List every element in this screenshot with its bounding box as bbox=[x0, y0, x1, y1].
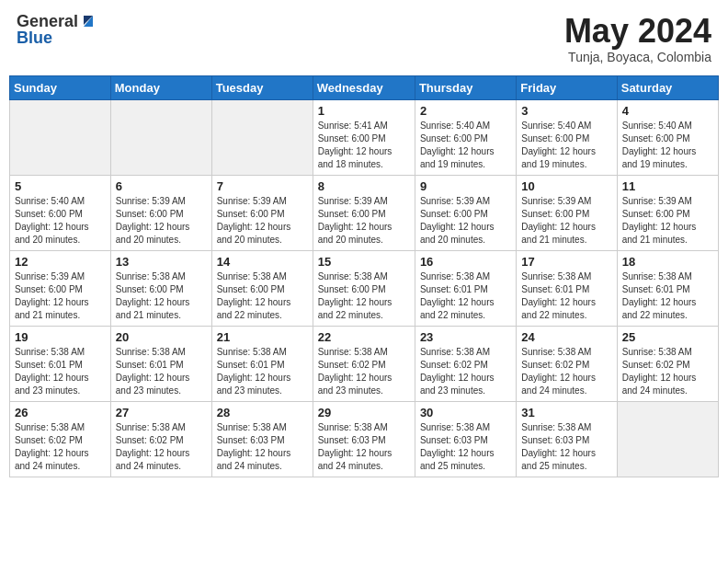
day-number: 16 bbox=[420, 255, 511, 269]
day-number: 31 bbox=[521, 406, 611, 419]
calendar-cell: 7Sunrise: 5:39 AM Sunset: 6:00 PM Daylig… bbox=[211, 175, 313, 250]
day-info: Sunrise: 5:38 AM Sunset: 6:03 PM Dayligh… bbox=[318, 421, 410, 473]
day-number: 4 bbox=[622, 104, 713, 118]
day-number: 22 bbox=[318, 330, 410, 344]
day-info: Sunrise: 5:38 AM Sunset: 6:03 PM Dayligh… bbox=[217, 421, 308, 473]
calendar-cell: 2Sunrise: 5:40 AM Sunset: 6:00 PM Daylig… bbox=[415, 99, 516, 175]
calendar-header-row: SundayMondayTuesdayWednesdayThursdayFrid… bbox=[10, 75, 719, 99]
day-number: 23 bbox=[420, 330, 511, 344]
day-info: Sunrise: 5:38 AM Sunset: 6:00 PM Dayligh… bbox=[318, 270, 410, 322]
day-number: 29 bbox=[318, 406, 410, 419]
calendar-cell: 17Sunrise: 5:38 AM Sunset: 6:01 PM Dayli… bbox=[517, 250, 617, 326]
day-info: Sunrise: 5:38 AM Sunset: 6:02 PM Dayligh… bbox=[15, 421, 106, 473]
day-info: Sunrise: 5:39 AM Sunset: 6:00 PM Dayligh… bbox=[116, 195, 207, 247]
day-info: Sunrise: 5:38 AM Sunset: 6:00 PM Dayligh… bbox=[116, 270, 207, 322]
day-info: Sunrise: 5:38 AM Sunset: 6:01 PM Dayligh… bbox=[521, 270, 611, 322]
day-number: 9 bbox=[420, 179, 511, 193]
location: Tunja, Boyaca, Colombia bbox=[564, 50, 711, 64]
calendar-week-row: 5Sunrise: 5:40 AM Sunset: 6:00 PM Daylig… bbox=[10, 175, 719, 250]
day-number: 27 bbox=[116, 406, 207, 419]
month-title: May 2024 bbox=[564, 13, 711, 50]
calendar-cell: 30Sunrise: 5:38 AM Sunset: 6:03 PM Dayli… bbox=[415, 401, 516, 477]
day-info: Sunrise: 5:40 AM Sunset: 6:00 PM Dayligh… bbox=[622, 120, 713, 171]
day-info: Sunrise: 5:38 AM Sunset: 6:01 PM Dayligh… bbox=[15, 346, 106, 397]
logo-general: General bbox=[17, 13, 78, 29]
calendar-cell: 16Sunrise: 5:38 AM Sunset: 6:01 PM Dayli… bbox=[415, 250, 516, 326]
day-info: Sunrise: 5:38 AM Sunset: 6:00 PM Dayligh… bbox=[217, 270, 308, 322]
day-info: Sunrise: 5:38 AM Sunset: 6:01 PM Dayligh… bbox=[116, 346, 207, 397]
day-info: Sunrise: 5:39 AM Sunset: 6:00 PM Dayligh… bbox=[420, 195, 511, 247]
logo: General Blue bbox=[17, 13, 97, 46]
calendar-cell: 6Sunrise: 5:39 AM Sunset: 6:00 PM Daylig… bbox=[110, 175, 211, 250]
weekday-header-saturday: Saturday bbox=[617, 75, 718, 99]
calendar-cell: 20Sunrise: 5:38 AM Sunset: 6:01 PM Dayli… bbox=[110, 326, 211, 401]
day-number: 3 bbox=[521, 104, 611, 118]
calendar-cell: 23Sunrise: 5:38 AM Sunset: 6:02 PM Dayli… bbox=[415, 326, 516, 401]
calendar-cell: 3Sunrise: 5:40 AM Sunset: 6:00 PM Daylig… bbox=[517, 99, 617, 175]
weekday-header-tuesday: Tuesday bbox=[211, 75, 313, 99]
day-info: Sunrise: 5:40 AM Sunset: 6:00 PM Dayligh… bbox=[420, 120, 511, 171]
day-number: 15 bbox=[318, 255, 410, 269]
calendar-cell: 14Sunrise: 5:38 AM Sunset: 6:00 PM Dayli… bbox=[211, 250, 313, 326]
calendar-cell: 13Sunrise: 5:38 AM Sunset: 6:00 PM Dayli… bbox=[110, 250, 211, 326]
weekday-header-sunday: Sunday bbox=[10, 75, 111, 99]
calendar-cell: 22Sunrise: 5:38 AM Sunset: 6:02 PM Dayli… bbox=[313, 326, 415, 401]
calendar-week-row: 26Sunrise: 5:38 AM Sunset: 6:02 PM Dayli… bbox=[10, 401, 719, 477]
day-info: Sunrise: 5:38 AM Sunset: 6:01 PM Dayligh… bbox=[217, 346, 308, 397]
logo-triangle-icon bbox=[80, 12, 97, 29]
day-info: Sunrise: 5:39 AM Sunset: 6:00 PM Dayligh… bbox=[622, 195, 713, 247]
calendar-cell: 4Sunrise: 5:40 AM Sunset: 6:00 PM Daylig… bbox=[617, 99, 718, 175]
day-number: 20 bbox=[116, 330, 207, 344]
calendar-cell: 26Sunrise: 5:38 AM Sunset: 6:02 PM Dayli… bbox=[10, 401, 111, 477]
page-header: General Blue May 2024 Tunja, Boyaca, Col… bbox=[9, 9, 719, 68]
day-number: 14 bbox=[217, 255, 308, 269]
weekday-header-wednesday: Wednesday bbox=[313, 75, 415, 99]
day-info: Sunrise: 5:39 AM Sunset: 6:00 PM Dayligh… bbox=[217, 195, 308, 247]
calendar-week-row: 12Sunrise: 5:39 AM Sunset: 6:00 PM Dayli… bbox=[10, 250, 719, 326]
day-number: 11 bbox=[622, 179, 713, 193]
day-info: Sunrise: 5:38 AM Sunset: 6:03 PM Dayligh… bbox=[521, 421, 611, 473]
calendar-cell: 24Sunrise: 5:38 AM Sunset: 6:02 PM Dayli… bbox=[517, 326, 617, 401]
day-info: Sunrise: 5:40 AM Sunset: 6:00 PM Dayligh… bbox=[15, 195, 106, 247]
day-number: 24 bbox=[521, 330, 611, 344]
calendar-table: SundayMondayTuesdayWednesdayThursdayFrid… bbox=[9, 75, 719, 477]
calendar-cell bbox=[110, 99, 211, 175]
day-info: Sunrise: 5:38 AM Sunset: 6:01 PM Dayligh… bbox=[420, 270, 511, 322]
calendar-cell: 12Sunrise: 5:39 AM Sunset: 6:00 PM Dayli… bbox=[10, 250, 111, 326]
day-info: Sunrise: 5:38 AM Sunset: 6:03 PM Dayligh… bbox=[420, 421, 511, 473]
calendar-cell: 25Sunrise: 5:38 AM Sunset: 6:02 PM Dayli… bbox=[617, 326, 718, 401]
logo-blue: Blue bbox=[17, 29, 52, 46]
day-info: Sunrise: 5:39 AM Sunset: 6:00 PM Dayligh… bbox=[318, 195, 410, 247]
calendar-cell bbox=[211, 99, 313, 175]
calendar-week-row: 1Sunrise: 5:41 AM Sunset: 6:00 PM Daylig… bbox=[10, 99, 719, 175]
day-info: Sunrise: 5:38 AM Sunset: 6:02 PM Dayligh… bbox=[318, 346, 410, 397]
day-number: 19 bbox=[15, 330, 106, 344]
day-info: Sunrise: 5:38 AM Sunset: 6:02 PM Dayligh… bbox=[622, 346, 713, 397]
day-number: 28 bbox=[217, 406, 308, 419]
day-info: Sunrise: 5:38 AM Sunset: 6:02 PM Dayligh… bbox=[420, 346, 511, 397]
day-number: 10 bbox=[521, 179, 611, 193]
day-number: 21 bbox=[217, 330, 308, 344]
calendar-cell: 11Sunrise: 5:39 AM Sunset: 6:00 PM Dayli… bbox=[617, 175, 718, 250]
calendar-cell: 19Sunrise: 5:38 AM Sunset: 6:01 PM Dayli… bbox=[10, 326, 111, 401]
day-info: Sunrise: 5:40 AM Sunset: 6:00 PM Dayligh… bbox=[521, 120, 611, 171]
day-info: Sunrise: 5:41 AM Sunset: 6:00 PM Dayligh… bbox=[318, 120, 410, 171]
calendar-cell: 27Sunrise: 5:38 AM Sunset: 6:02 PM Dayli… bbox=[110, 401, 211, 477]
day-number: 18 bbox=[622, 255, 713, 269]
calendar-cell: 28Sunrise: 5:38 AM Sunset: 6:03 PM Dayli… bbox=[211, 401, 313, 477]
calendar-week-row: 19Sunrise: 5:38 AM Sunset: 6:01 PM Dayli… bbox=[10, 326, 719, 401]
day-info: Sunrise: 5:39 AM Sunset: 6:00 PM Dayligh… bbox=[15, 270, 106, 322]
day-number: 17 bbox=[521, 255, 611, 269]
day-info: Sunrise: 5:38 AM Sunset: 6:01 PM Dayligh… bbox=[622, 270, 713, 322]
weekday-header-thursday: Thursday bbox=[415, 75, 516, 99]
day-number: 1 bbox=[318, 104, 410, 118]
day-number: 7 bbox=[217, 179, 308, 193]
calendar-body: 1Sunrise: 5:41 AM Sunset: 6:00 PM Daylig… bbox=[10, 99, 719, 477]
calendar-cell: 29Sunrise: 5:38 AM Sunset: 6:03 PM Dayli… bbox=[313, 401, 415, 477]
calendar-cell: 15Sunrise: 5:38 AM Sunset: 6:00 PM Dayli… bbox=[313, 250, 415, 326]
calendar-cell bbox=[10, 99, 111, 175]
day-number: 13 bbox=[116, 255, 207, 269]
day-number: 8 bbox=[318, 179, 410, 193]
day-info: Sunrise: 5:39 AM Sunset: 6:00 PM Dayligh… bbox=[521, 195, 611, 247]
calendar-cell: 5Sunrise: 5:40 AM Sunset: 6:00 PM Daylig… bbox=[10, 175, 111, 250]
